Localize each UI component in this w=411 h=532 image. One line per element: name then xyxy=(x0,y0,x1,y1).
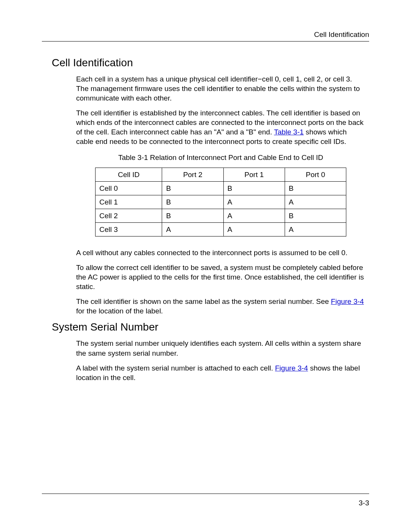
section2-para2: A label with the system serial number is… xyxy=(76,363,365,382)
table-cell: B xyxy=(162,181,223,195)
section-heading-system-serial-number: System Serial Number xyxy=(52,321,369,333)
table-row: Cell 3 A A A xyxy=(96,222,346,236)
table-header-cell: Port 0 xyxy=(285,168,346,181)
section1-para1: Each cell in a system has a unique physi… xyxy=(76,74,365,103)
table-row: Cell 2 B A B xyxy=(96,209,346,222)
table-cell: B xyxy=(223,181,285,195)
section1-para5: The cell identifier is shown on the same… xyxy=(76,297,365,316)
section1-para5-pre: The cell identifier is shown on the same… xyxy=(76,297,331,305)
table-cell: A xyxy=(285,222,346,236)
section-heading-cell-identification: Cell Identification xyxy=(52,57,369,69)
table-header-cell: Port 2 xyxy=(162,168,223,181)
table-cell: Cell 2 xyxy=(96,209,162,222)
section1-para5-post: for the location of the label. xyxy=(76,307,163,315)
table-header-cell: Port 1 xyxy=(223,168,285,181)
table-cell: B xyxy=(162,195,223,209)
table-cell: B xyxy=(285,181,346,195)
section1-para4: To allow the correct cell identifier to … xyxy=(76,263,365,291)
table-caption: Table 3-1 Relation of Interconnect Port … xyxy=(76,153,365,162)
table-cell: Cell 0 xyxy=(96,181,162,195)
table-3-1: Cell ID Port 2 Port 1 Port 0 Cell 0 B B … xyxy=(95,168,346,236)
table-cell: A xyxy=(285,195,346,209)
link-table-3-1[interactable]: Table 3-1 xyxy=(274,128,304,136)
section1-body: Each cell in a system has a unique physi… xyxy=(76,74,365,316)
section2-para1: The system serial number uniquely identi… xyxy=(76,339,365,358)
table-row: Cell 0 B B B xyxy=(96,181,346,195)
footer-rule xyxy=(42,494,369,494)
table-cell: Cell 1 xyxy=(96,195,162,209)
table-cell: B xyxy=(162,209,223,222)
table-cell: A xyxy=(162,222,223,236)
table-header-cell: Cell ID xyxy=(96,168,162,181)
section1-para3: A cell without any cables connected to t… xyxy=(76,248,365,257)
table-row: Cell 1 B A A xyxy=(96,195,346,209)
link-figure-3-4-b[interactable]: Figure 3-4 xyxy=(275,364,308,372)
table-cell: A xyxy=(223,209,285,222)
page-number: 3-3 xyxy=(359,499,369,507)
page: Cell Identification Cell Identification … xyxy=(0,0,411,532)
running-header: Cell Identification xyxy=(42,30,369,39)
section1-para2: The cell identifier is established by th… xyxy=(76,108,365,146)
table-cell: Cell 3 xyxy=(96,222,162,236)
table-header-row: Cell ID Port 2 Port 1 Port 0 xyxy=(96,168,346,181)
table-cell: A xyxy=(223,222,285,236)
section2-para2-pre: A label with the system serial number is… xyxy=(76,364,275,372)
table-cell: A xyxy=(223,195,285,209)
link-figure-3-4[interactable]: Figure 3-4 xyxy=(331,297,364,305)
table-cell: B xyxy=(285,209,346,222)
header-rule xyxy=(42,41,369,42)
section2-body: The system serial number uniquely identi… xyxy=(76,339,365,382)
